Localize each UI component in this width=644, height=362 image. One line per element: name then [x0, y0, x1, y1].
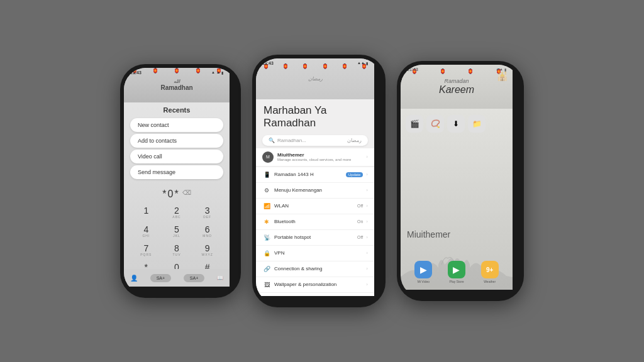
- status-time: 21:43: [130, 70, 142, 75]
- play-store-app[interactable]: ▶ Play Store: [448, 261, 465, 283]
- setting-row-connection[interactable]: 🔗 Connection & sharing ›: [256, 261, 374, 277]
- status-icons-3: ▲▲ ▮: [496, 67, 506, 72]
- phone1-header: 🏮 🏮 🏮 🏮 🏮 21:43 ▲ ▲ ▮ الله Rama: [124, 68, 230, 102]
- battery-icon: ▮: [221, 70, 223, 75]
- account-subtitle: Manage accounts, cloud services, and mor…: [277, 158, 362, 162]
- chevron-icon-2: ›: [366, 172, 368, 177]
- top-apps-row: 🎬 📿 ⬇ 📁: [406, 115, 486, 133]
- battery-icon-3: ▮: [504, 67, 506, 72]
- app-files-icon: 📁: [468, 115, 486, 133]
- dial-key-9[interactable]: 9WXYZ: [192, 241, 222, 259]
- status-time-3: 21:43: [407, 67, 418, 72]
- battery-icon-2: ▮: [366, 61, 368, 65]
- setting-row-vpn[interactable]: 🔒 VPN ›: [256, 246, 374, 261]
- setting-value-2: On: [357, 219, 363, 224]
- signal-icon-2: ▲▲: [357, 61, 365, 65]
- video-call-button[interactable]: Video call: [130, 150, 223, 163]
- hotspot-icon: 📡: [262, 233, 271, 242]
- dial-key-6[interactable]: 6MNO: [192, 222, 222, 240]
- chevron-icon-5: ›: [366, 219, 368, 224]
- ramadan-subtitle: Ramadan: [439, 78, 474, 84]
- ramadan-update-row[interactable]: 📱 Ramadan 1443 H Update ›: [256, 167, 374, 183]
- weather-label: Weather: [484, 280, 496, 283]
- chevron-icon-3: ›: [366, 187, 368, 193]
- app-icon-3[interactable]: ⬇: [447, 115, 465, 133]
- mi-video-app[interactable]: ▶ Mi Video: [414, 261, 432, 283]
- backspace-icon[interactable]: ⌫: [182, 189, 191, 196]
- app-download-icon: ⬇: [447, 115, 465, 133]
- dial-key-2[interactable]: 2ABC: [162, 204, 192, 221]
- sa-button-2[interactable]: SA+: [184, 274, 204, 282]
- dial-key-1[interactable]: 1: [131, 204, 161, 221]
- settings-icon-0: ⚙: [262, 186, 271, 195]
- new-contact-button[interactable]: New contact: [130, 118, 223, 132]
- setting-label-2: Bluetooth: [274, 219, 354, 224]
- setting-value-3: Off: [357, 235, 363, 239]
- app-icon-1[interactable]: 🎬: [406, 115, 423, 133]
- dialpad-bottom-bar: 👤 SA+ SA+ 📖: [124, 269, 230, 287]
- setting-label-4: VPN: [274, 250, 363, 256]
- arabic-calligraphy: رمضان: [308, 76, 323, 82]
- logo-text-bottom: Ramadhan: [160, 84, 192, 91]
- app-icon-4[interactable]: 📁: [468, 115, 486, 133]
- status-icons-2: ▲▲ ▮: [357, 61, 368, 65]
- dial-key-3[interactable]: 3DEF: [192, 204, 222, 221]
- miuithemer-account-row[interactable]: M Miuithemer Manage accounts, cloud serv…: [256, 148, 374, 166]
- bluetooth-icon: ✱: [262, 217, 271, 226]
- chevron-icon: ›: [366, 154, 368, 160]
- status-bar-3: 21:43 ▲▲ ▮: [401, 65, 513, 74]
- dial-key-4[interactable]: 4GHI: [131, 222, 161, 240]
- phone-2: 21:43 ▲▲ ▮ 🏮 🏮 🏮 🏮 🏮 🏮 رمضان: [252, 55, 386, 307]
- chevron-icon-4: ›: [366, 203, 368, 209]
- setting-row-wallpaper[interactable]: 🖼 Wallpaper & personalization ›: [256, 277, 374, 293]
- greeting-line1: Marhaban Ya: [264, 104, 367, 117]
- setting-row-menuju[interactable]: ⚙ Menuju Kemenangan ›: [256, 183, 374, 199]
- search-bar[interactable]: 🔍 Ramadhan... رمضان: [262, 135, 368, 146]
- status-bar-2: 21:43 ▲▲ ▮: [256, 58, 374, 68]
- wifi-icon-s: 📶: [262, 202, 271, 211]
- setting-value-1: Off: [357, 204, 363, 208]
- mi-video-icon: ▶: [414, 261, 432, 278]
- weather-app[interactable]: 9+ Weather: [481, 261, 499, 283]
- setting-label-1: WLAN: [274, 203, 354, 209]
- setting-row-hotspot[interactable]: 📡 Portable hotspot Off ›: [256, 230, 374, 246]
- mi-video-label: Mi Video: [418, 280, 430, 283]
- setting-row-wlan[interactable]: 📶 WLAN Off ›: [256, 199, 374, 214]
- add-to-contacts-button[interactable]: Add to contacts: [130, 134, 223, 148]
- setting-label-3: Portable hotspot: [274, 234, 354, 240]
- app-logo: الله Ramadhan: [160, 79, 192, 91]
- update-badge: Update: [346, 172, 363, 177]
- app-video-icon: 🎬: [406, 115, 423, 133]
- dialpad-display: *0*: [162, 184, 179, 201]
- wallpaper-icon: 🖼: [262, 280, 271, 289]
- dial-key-5[interactable]: 5JKL: [162, 222, 192, 240]
- ramadan-label: Ramadan 1443 H: [274, 172, 343, 177]
- dial-key-8[interactable]: 8TUV: [162, 241, 192, 259]
- ramadan-title: Ramadan Kareem: [439, 78, 474, 96]
- bottom-apps-row: ▶ Mi Video ▶ Play Store 9+: [407, 261, 506, 283]
- sa-button-1[interactable]: SA+: [150, 274, 171, 282]
- chevron-icon-6: ›: [366, 234, 368, 240]
- miuithemer-home-label: Miuithemer: [407, 229, 450, 239]
- logo-text-top: الله: [160, 79, 192, 84]
- account-avatar: M: [262, 151, 274, 163]
- weather-icon: 9+: [481, 261, 499, 278]
- ramadan-main-title: Kareem: [439, 84, 474, 96]
- dial-key-7[interactable]: 7PQRS: [131, 241, 161, 259]
- chevron-icon-9: ›: [366, 282, 368, 287]
- signal-icon-3: ▲▲: [496, 67, 503, 72]
- greeting-title: Marhaban Ya Ramadhan: [256, 99, 374, 133]
- status-icons: ▲ ▲ ▮: [211, 70, 223, 75]
- signal-icon: ▲: [211, 70, 215, 75]
- app-icon-2[interactable]: 📿: [426, 115, 444, 133]
- phone-3: 21:43 ▲▲ ▮ 🏮 🏮 🏮 🏮 Ramadan Kareem: [397, 61, 524, 301]
- chevron-icon-8: ›: [366, 266, 368, 272]
- setting-label-0: Menuju Kemenangan: [274, 187, 363, 193]
- wifi-icon: ▲: [216, 70, 220, 75]
- setting-row-aod[interactable]: 🔆 Always-on display & Lock screen ›: [256, 293, 374, 296]
- send-message-button[interactable]: Send message: [130, 165, 223, 179]
- setting-row-bluetooth[interactable]: ✱ Bluetooth On ›: [256, 214, 374, 230]
- arabic-search-deco: رمضان: [347, 138, 362, 143]
- connection-icon: 🔗: [262, 265, 271, 273]
- recents-title: Recents: [124, 102, 230, 116]
